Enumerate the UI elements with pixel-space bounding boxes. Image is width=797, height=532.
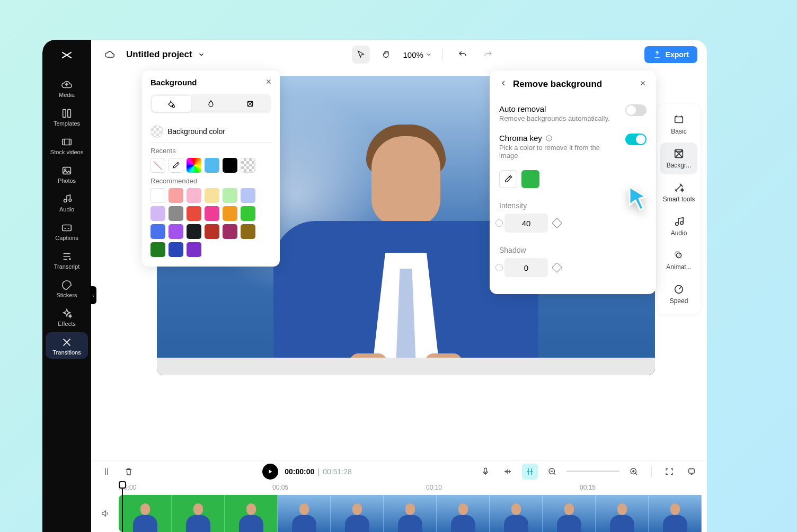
swatch-recommended[interactable] [187,224,201,239]
clip-thumbnail[interactable] [384,495,437,532]
swatch-recommended[interactable] [187,242,201,257]
play-button[interactable] [262,464,278,480]
clip-thumbnail[interactable] [543,495,596,532]
sidebar-item-templates[interactable]: Templates [46,103,88,130]
split-button[interactable] [99,464,114,480]
mic-button[interactable] [477,464,493,480]
undo-button[interactable] [454,46,472,64]
sidebar-item-media[interactable]: Media [46,75,88,101]
zoom-in-button[interactable] [626,464,642,480]
swatch-recommended[interactable] [169,242,183,257]
delete-button[interactable] [121,464,137,480]
redo-button[interactable] [479,46,497,64]
shadow-keyframe-button[interactable] [552,262,562,273]
chroma-eyedropper-button[interactable] [499,170,517,188]
sidebar-item-effects[interactable]: Effects [46,304,88,330]
swatch-recommended[interactable] [150,206,165,221]
right-tool-speed[interactable]: Speed [660,278,697,310]
swatch-recommended[interactable] [223,206,237,221]
swatch-recommended[interactable] [187,188,201,203]
swatch-recent-transparent[interactable] [241,158,255,173]
info-icon[interactable] [545,135,553,142]
remove-panel-title: Remove background [513,79,634,90]
swatch-recommended[interactable] [241,188,255,203]
swatch-recommended[interactable] [169,188,183,203]
back-button[interactable] [499,79,508,90]
close-remove-panel-button[interactable] [639,79,647,89]
cloud-sync-icon[interactable] [101,46,119,64]
effects-icon [61,308,73,320]
track-mute-button[interactable] [91,509,119,518]
right-tool-audio[interactable]: Audio [660,210,697,242]
swatch-none[interactable] [150,158,165,173]
clip-thumbnail[interactable] [172,495,225,532]
right-tool-basic[interactable]: Basic [660,109,697,140]
clip-thumbnail[interactable] [437,495,490,532]
swatch-eyedropper[interactable] [169,158,183,173]
zoom-out-button[interactable] [544,464,560,480]
snap-button[interactable] [522,464,538,480]
preview-mode-button[interactable] [684,464,699,480]
swatch-recent-black[interactable] [223,158,237,173]
chroma-key-toggle[interactable] [625,134,647,145]
sidebar-item-captions[interactable]: Captions [46,218,88,244]
right-tool-animation[interactable]: Animat... [660,244,697,276]
project-title[interactable]: Untitled project [126,49,205,60]
swatch-recommended[interactable] [150,224,165,239]
auto-removal-toggle[interactable] [625,104,647,116]
swatch-recommended[interactable] [223,224,237,239]
right-tool-smart-tools[interactable]: Smart tools [660,176,697,208]
clip-thumbnail[interactable] [649,495,702,532]
clip-thumbnail[interactable] [490,495,543,532]
timeline-zoom-slider[interactable] [566,471,619,472]
close-background-panel-button[interactable] [265,78,272,87]
swatch-recommended[interactable] [205,224,219,239]
intensity-value[interactable]: 40 [504,214,548,233]
clip-thumbnail[interactable] [225,495,278,532]
shadow-value[interactable]: 0 [504,258,548,277]
chroma-color-chip[interactable] [521,170,539,188]
sidebar-item-photos[interactable]: Photos [46,161,88,187]
sidebar-item-transitions[interactable]: Transitions [46,332,88,359]
swatch-recommended[interactable] [223,188,237,203]
swatch-recommended[interactable] [169,206,183,221]
hand-tool-button[interactable] [377,46,395,64]
swatch-recommended[interactable] [205,188,219,203]
swatch-recommended[interactable] [187,206,201,221]
zoom-dropdown[interactable]: 100% [403,50,431,59]
sidebar-item-audio[interactable]: Audio [46,189,88,216]
intensity-keyframe-button[interactable] [552,218,562,228]
bg-tab-blur[interactable] [191,96,231,112]
swatch-recommended[interactable] [169,224,183,239]
chevron-down-icon [426,51,432,58]
bg-tab-fill[interactable] [152,96,191,112]
fit-button[interactable] [661,464,677,480]
clip-thumbnail[interactable] [278,495,331,532]
swatch-recommended[interactable] [241,224,255,239]
swatch-color-picker[interactable] [187,158,201,173]
timeline-clips[interactable] [119,495,702,532]
right-tool-background[interactable]: Backgr... [660,143,697,174]
background-panel: Background Background color Recents [142,70,280,267]
ruler-mark: 00:05 [272,484,288,491]
background-color-row[interactable]: Background color [150,121,271,143]
crop-button[interactable] [500,464,516,480]
clip-thumbnail[interactable] [596,495,649,532]
pointer-tool-button[interactable] [352,46,370,64]
swatch-recommended[interactable] [205,206,219,221]
swatch-recent-blue[interactable] [205,158,219,173]
svg-rect-2 [63,139,72,145]
basic-icon [673,114,685,126]
swatch-recommended[interactable] [150,188,165,203]
swatch-recommended[interactable] [241,206,255,221]
sidebar-item-transcript[interactable]: Transcript [46,246,88,273]
swatch-recommended[interactable] [150,242,165,257]
clip-thumbnail[interactable] [331,495,384,532]
timeline-ruler[interactable]: :00:0000:0500:1000:15 [119,482,707,495]
playhead[interactable] [119,481,126,489]
sidebar-item-stock-videos[interactable]: Stock videos [46,132,88,158]
sidebar-item-stickers[interactable]: Stickers [46,275,88,302]
bg-tab-image[interactable] [231,96,270,112]
clip-thumbnail[interactable] [119,495,172,532]
export-button[interactable]: Export [644,46,697,63]
